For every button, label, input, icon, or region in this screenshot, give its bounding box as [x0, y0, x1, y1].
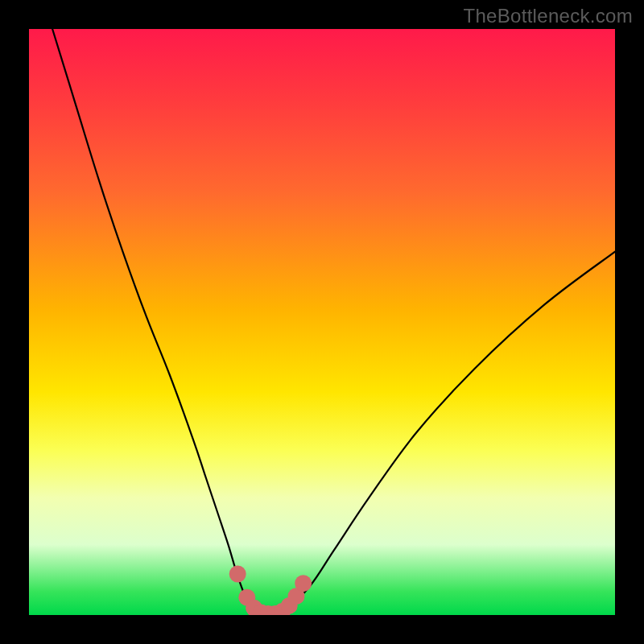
plot-area	[29, 29, 615, 615]
chart-svg	[29, 29, 615, 615]
main-curve-line	[52, 29, 615, 615]
highlight-dots-group	[229, 566, 312, 616]
highlight-dot	[295, 575, 312, 592]
chart-frame: TheBottleneck.com	[0, 0, 644, 644]
highlight-dot	[229, 566, 246, 583]
watermark-text: TheBottleneck.com	[463, 5, 633, 27]
